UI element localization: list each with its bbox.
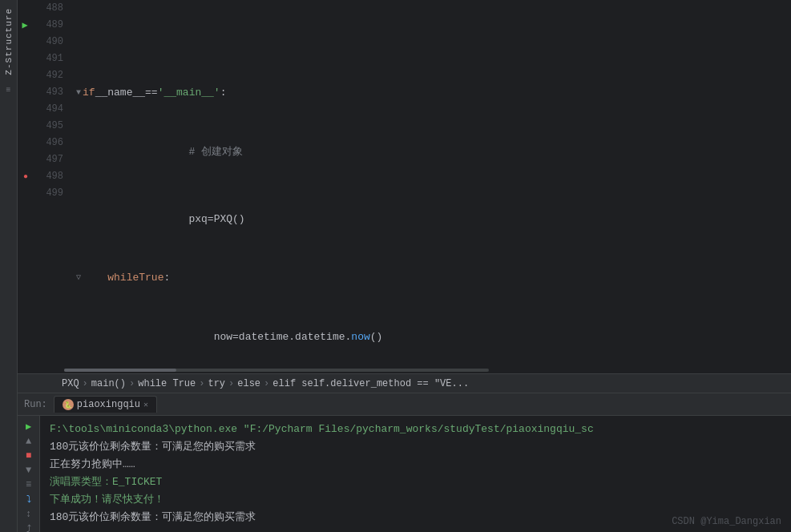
gutter-496 xyxy=(18,135,34,151)
scrollbar-track xyxy=(64,369,489,372)
code-line-488 xyxy=(76,34,785,50)
breadcrumb-item-1[interactable]: main() xyxy=(91,378,126,389)
run-tool-6[interactable]: ⤴ xyxy=(22,523,36,532)
code-line-489: ▼if __name__ == '__main__': xyxy=(76,84,785,101)
run-label: Run: xyxy=(24,399,47,410)
gutter-495 xyxy=(18,118,34,135)
linenum-489: 489 xyxy=(40,17,63,34)
output-line-3: 演唱票类型：E_TICKET xyxy=(50,474,781,491)
run-up-button[interactable]: ▲ xyxy=(22,436,36,447)
linenum-496: 496 xyxy=(40,135,63,151)
code-area-inner: ▶ ● 488 489 490 491 492 493 494 xyxy=(18,0,791,367)
run-output: F:\tools\miniconda3\python.exe "F:/Pycha… xyxy=(40,416,791,531)
sidebar-icon-1[interactable]: ≡ xyxy=(2,84,15,97)
gutter-491 xyxy=(18,50,34,67)
run-side-toolbar: ▶ ▲ ■ ▼ ≡ ⤵ ↕ ⤴ xyxy=(18,416,40,532)
breadcrumb-sep-0: › xyxy=(83,378,88,389)
breadcrumb-sep-2: › xyxy=(199,378,204,389)
linenum-491: 491 xyxy=(40,50,63,67)
linenum-490: 490 xyxy=(40,34,63,50)
linenum-495: 495 xyxy=(40,118,63,135)
output-line-2: 正在努力抢购中…… xyxy=(50,456,781,474)
output-line-4: 下单成功！请尽快支付！ xyxy=(50,491,781,509)
output-line-0: F:\tools\miniconda3\python.exe "F:/Pycha… xyxy=(50,421,781,438)
sidebar: Z-Structure ≡ xyxy=(0,0,18,532)
output-line-1: 180元该价位剩余数量：可满足您的购买需求 xyxy=(50,438,781,456)
gutter-497 xyxy=(18,151,34,168)
breadcrumb-item-5[interactable]: elif self.deliver_method == "VE... xyxy=(272,378,469,389)
run-tab-icon: 🐍 xyxy=(63,399,74,410)
run-stop-button[interactable]: ■ xyxy=(22,450,36,461)
scrollbar-thumb[interactable] xyxy=(64,369,176,372)
breadcrumb-sep-4: › xyxy=(264,378,269,389)
code-line-492: ▽ while True: xyxy=(76,269,785,286)
run-panel: Run: 🐍 piaoxingqiu ✕ ▶ ▲ ■ ▼ ≡ ⤵ ↕ ⤴ xyxy=(18,393,791,532)
gutter-499 xyxy=(18,185,34,202)
run-tool-5[interactable]: ↕ xyxy=(22,509,36,520)
breadcrumb-item-3[interactable]: try xyxy=(208,378,225,389)
editor-area: ▶ ● 488 489 490 491 492 493 494 xyxy=(18,0,791,393)
gutter-490 xyxy=(18,34,34,50)
run-play-button[interactable]: ▶ xyxy=(22,421,36,433)
gutter-488 xyxy=(18,0,34,17)
run-output-wrapper: F:\tools\miniconda3\python.exe "F:/Pycha… xyxy=(40,416,791,532)
linenum-488: 488 xyxy=(40,0,63,17)
gutter-498[interactable]: ● xyxy=(18,168,34,185)
run-content-area: ▶ ▲ ■ ▼ ≡ ⤵ ↕ ⤴ F:\tools\miniconda3\pyth… xyxy=(18,416,791,532)
code-line-490: # 创建对象 xyxy=(76,135,785,168)
breadcrumb-item-4[interactable]: else xyxy=(237,378,260,389)
line-numbers: 488 489 490 491 492 493 494 495 496 497 … xyxy=(34,0,70,367)
gutter: ▶ ● xyxy=(18,0,34,367)
main-content: ▶ ● 488 489 490 491 492 493 494 xyxy=(18,0,791,532)
gutter-494 xyxy=(18,101,34,118)
code-content: ▼if __name__ == '__main__': # 创建对象 pxq =… xyxy=(70,0,791,367)
fold-icon-489[interactable]: ▼ xyxy=(76,84,81,101)
linenum-497: 497 xyxy=(40,151,63,168)
csdn-watermark: CSDN @Yima_Dangxian xyxy=(672,516,781,527)
breakpoint-498[interactable]: ● xyxy=(23,172,28,181)
run-down-button[interactable]: ▼ xyxy=(22,465,36,476)
horizontal-scrollbar[interactable] xyxy=(18,367,791,373)
gutter-489[interactable]: ▶ xyxy=(18,17,34,34)
code-line-491: pxq = PXQ() xyxy=(76,202,785,236)
breadcrumb-bar: PXQ › main() › while True › try › else ›… xyxy=(18,373,791,393)
breadcrumb-sep-1: › xyxy=(129,378,135,389)
code-line-493: now = datetime.datetime.now() xyxy=(76,320,785,353)
breadcrumb-sep-3: › xyxy=(228,378,234,389)
run-tab-piaoxingqiu[interactable]: 🐍 piaoxingqiu ✕ xyxy=(54,396,157,413)
linenum-499: 499 xyxy=(40,185,63,202)
gutter-493 xyxy=(18,84,34,101)
run-tab-close[interactable]: ✕ xyxy=(143,400,148,409)
gutter-492 xyxy=(18,67,34,84)
breadcrumb-item-0[interactable]: PXQ xyxy=(62,378,79,389)
run-tab-name: piaoxingqiu xyxy=(77,399,140,410)
run-arrow-489[interactable]: ▶ xyxy=(22,19,27,31)
run-tool-3[interactable]: ≡ xyxy=(22,479,36,490)
run-tool-4[interactable]: ⤵ xyxy=(22,494,36,506)
fold-icon-492[interactable]: ▽ xyxy=(76,269,81,286)
linenum-498: 498 xyxy=(40,168,63,185)
sidebar-label: Z-Structure xyxy=(4,8,14,75)
linenum-493: 493 xyxy=(40,84,63,101)
run-tabs-bar: Run: 🐍 piaoxingqiu ✕ xyxy=(18,393,791,416)
linenum-494: 494 xyxy=(40,101,63,118)
breadcrumb-item-2[interactable]: while True xyxy=(138,378,196,389)
linenum-492: 492 xyxy=(40,67,63,84)
